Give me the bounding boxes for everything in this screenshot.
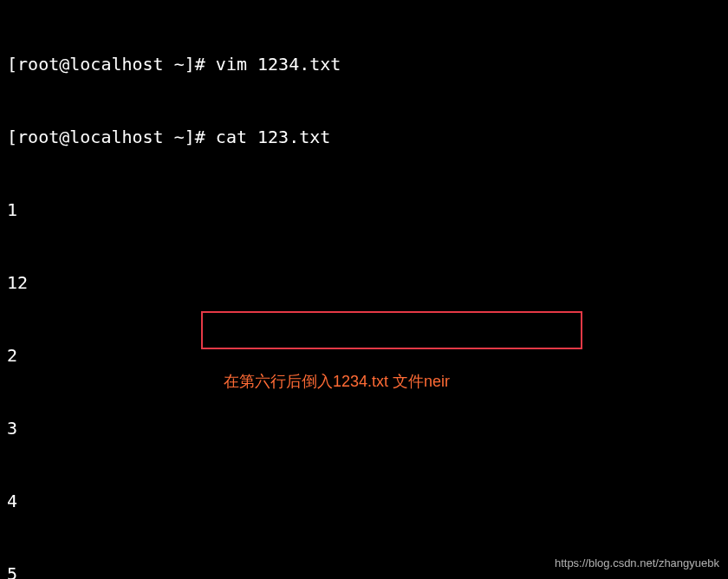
- command-text: vim 1234.txt: [216, 54, 341, 75]
- prompt-bracket: [: [7, 127, 17, 147]
- output-line: 3: [7, 416, 721, 440]
- output-line: 12: [7, 270, 721, 295]
- command-line-vim: [root@localhost ~]# vim 1234.txt: [7, 52, 721, 76]
- prompt-path: ~: [164, 54, 185, 75]
- output-line: 4: [7, 489, 721, 513]
- command-text: cat 123.txt: [216, 127, 330, 147]
- prompt-close: ]#: [185, 54, 216, 75]
- annotation-text: 在第六行后倒入1234.txt 文件neir: [224, 369, 450, 394]
- prompt-bracket: [: [7, 54, 17, 75]
- watermark: https://blog.csdn.net/zhangyuebk: [555, 551, 719, 576]
- prompt-user: root@localhost: [17, 54, 164, 75]
- prompt-path: ~: [164, 127, 185, 147]
- output-line: 1: [7, 198, 721, 222]
- output-line: 2: [7, 343, 721, 368]
- prompt-user: root@localhost: [17, 127, 164, 147]
- prompt-close: ]#: [185, 127, 216, 147]
- command-line-cat123: [root@localhost ~]# cat 123.txt: [7, 125, 721, 149]
- terminal-window[interactable]: [root@localhost ~]# vim 1234.txt [root@l…: [0, 0, 728, 579]
